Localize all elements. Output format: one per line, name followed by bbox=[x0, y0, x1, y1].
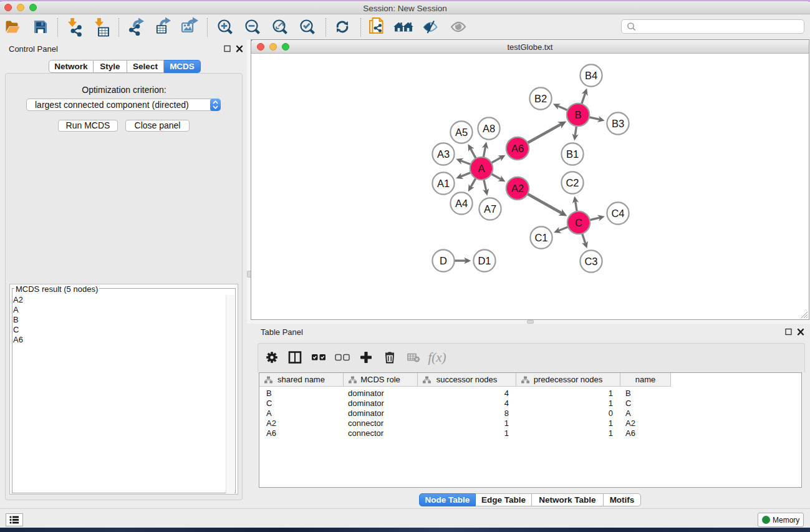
svg-text:A4: A4 bbox=[455, 198, 468, 209]
svg-text:C3: C3 bbox=[584, 256, 597, 267]
svg-text:A5: A5 bbox=[455, 127, 468, 138]
svg-text:A1: A1 bbox=[437, 178, 450, 189]
svg-text:B: B bbox=[574, 109, 581, 120]
svg-text:C4: C4 bbox=[611, 208, 624, 219]
svg-text:C: C bbox=[575, 217, 582, 228]
svg-text:B1: B1 bbox=[566, 148, 579, 160]
svg-text:D: D bbox=[440, 255, 447, 266]
svg-text:B4: B4 bbox=[585, 70, 597, 81]
svg-text:B2: B2 bbox=[534, 93, 547, 104]
svg-text:A7: A7 bbox=[484, 203, 496, 215]
svg-text:C2: C2 bbox=[566, 177, 579, 188]
svg-text:f(x): f(x) bbox=[428, 350, 446, 365]
svg-text:B3: B3 bbox=[612, 118, 624, 129]
svg-text:A: A bbox=[478, 163, 485, 174]
svg-text:A3: A3 bbox=[437, 148, 450, 160]
svg-text:C1: C1 bbox=[534, 232, 547, 243]
svg-text:A2: A2 bbox=[511, 183, 524, 194]
svg-text:A6: A6 bbox=[511, 143, 524, 154]
svg-text:A8: A8 bbox=[483, 123, 495, 134]
svg-text:D1: D1 bbox=[478, 255, 491, 266]
